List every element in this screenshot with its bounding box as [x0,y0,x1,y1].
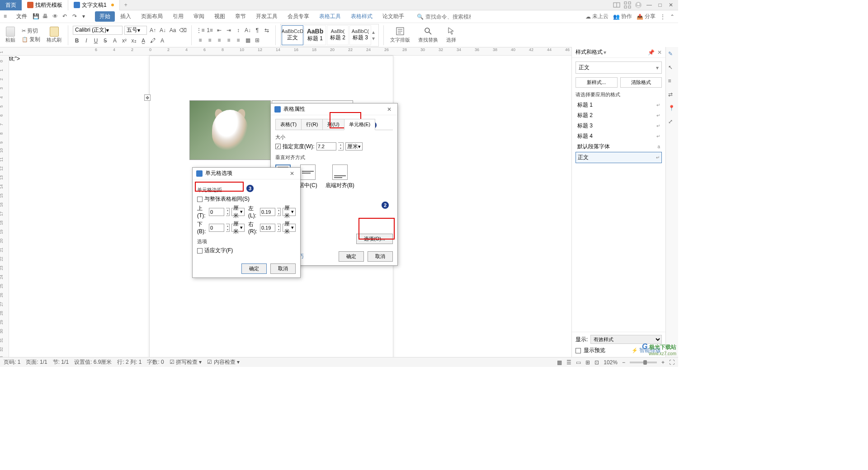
fullscreen-icon[interactable]: ⛶ [669,359,675,366]
tab-templates[interactable]: 找稻壳模板 [22,0,68,10]
sort-button[interactable]: A↓ [244,26,252,34]
save-icon[interactable]: 💾 [33,13,40,20]
menu-chapter[interactable]: 章节 [231,11,250,22]
align-justify-button[interactable]: ≡ [225,36,233,44]
tab-home[interactable]: 首页 [0,0,22,10]
style-scroll-down-icon[interactable]: ▾ [372,35,377,42]
indent-inc-button[interactable]: ⇥ [225,26,233,34]
view-outline-icon[interactable]: ☰ [566,359,571,366]
align-left-button[interactable]: ≡ [196,36,204,44]
shading-button[interactable]: ▦ [244,36,252,44]
menu-start[interactable]: 开始 [95,11,115,22]
table-cell-image[interactable] [189,100,271,160]
dialog1-cancel-button[interactable]: 取消 [368,251,393,262]
width-input[interactable] [316,142,336,150]
format-painter-button[interactable]: 格式刷 [47,27,61,43]
bullets-button[interactable]: ⋮≡ [196,26,204,34]
align-center-button[interactable]: ≡ [206,36,214,44]
table-move-handle[interactable]: ✥ [144,94,151,101]
add-tab-button[interactable]: + [120,2,132,8]
grid-icon[interactable] [624,1,631,9]
align-right-button[interactable]: ≡ [215,36,223,44]
side-location-icon[interactable]: 📍 [668,105,676,113]
numbering-button[interactable]: 1≡ [206,26,214,34]
status-section[interactable]: 节: 1/1 [53,358,69,366]
menu-ref[interactable]: 引用 [168,11,188,22]
style-normal[interactable]: AaBbCcD正文 [282,25,303,45]
font-more-icon[interactable]: A [111,37,119,45]
share-button[interactable]: 📤 分享 [637,13,656,20]
style-h1[interactable]: AaBb标题 1 [304,25,326,45]
valign-center[interactable]: 居中(C) [299,164,317,189]
font-color-button[interactable]: A̲ [139,37,147,45]
superscript-button[interactable]: x² [120,37,128,45]
style-scroll-up-icon[interactable]: ▴ [372,29,377,35]
preview-icon[interactable]: 👁 [52,13,60,20]
menu-chevron-icon[interactable]: ⌃ [670,14,675,20]
options-button[interactable]: 选项(O)... [356,234,393,244]
margin-left-spinner[interactable]: ▴▾ [277,208,281,216]
toggle-marks-button[interactable]: ¶ [253,26,261,34]
margin-top-input[interactable] [209,208,224,216]
maximize-button[interactable]: □ [656,1,664,9]
valign-bottom[interactable]: 底端对齐(B) [326,164,354,189]
style-item-normal[interactable]: 正文↵ [576,152,662,163]
paste-button[interactable]: 粘贴 [5,27,15,43]
font-shrink-icon[interactable]: A↓ [159,26,167,34]
margin-top-spinner[interactable]: ▴▾ [226,208,230,216]
tab-table[interactable]: 表格(T) [275,119,302,130]
font-size-select[interactable]: 五号 ▾ [124,26,147,35]
menu-view[interactable]: 视图 [210,11,230,22]
dialog2-ok-button[interactable]: 确定 [241,263,267,274]
align-distribute-button[interactable]: ≡ [234,36,242,44]
width-unit-select[interactable]: 厘米▾ [345,142,363,150]
style-item-h2[interactable]: 标题 2↵ [576,110,662,121]
status-words[interactable]: 字数: 0 [147,358,164,366]
font-name-select[interactable]: Calibri (正文) ▾ [73,26,123,35]
margin-bottom-unit[interactable]: 厘米▾ [231,224,245,232]
side-replace-icon[interactable]: ⇄ [668,91,676,99]
strike-button[interactable]: S̶ [101,37,109,45]
side-nav-icon[interactable]: ≡ [668,78,676,86]
width-spinner[interactable]: ▴▾ [338,142,344,150]
tab-row[interactable]: 行(R) [301,119,323,130]
panel-close-icon[interactable]: ✕ [657,49,662,56]
margin-right-spinner[interactable]: ▴▾ [277,224,281,232]
close-button[interactable]: ✕ [667,1,675,9]
vertical-ruler[interactable]: 1012345678910111213141516171819202122232… [0,56,9,357]
menu-insert[interactable]: 插入 [116,11,136,22]
find-replace-button[interactable]: 查找替换 [416,27,440,43]
menu-review[interactable]: 审阅 [189,11,209,22]
side-cursor-icon[interactable]: ↖ [668,64,676,72]
new-style-button[interactable]: 新样式... [576,77,618,88]
margin-left-input[interactable] [260,208,275,216]
menu-vip[interactable]: 会员专享 [283,11,314,22]
status-page[interactable]: 页码: 1 [4,358,20,366]
dialog1-ok-button[interactable]: 确定 [339,251,364,262]
status-spell[interactable]: ☑ 拼写检查 ▾ [170,358,202,366]
zoom-fit-icon[interactable]: ⊡ [594,359,599,366]
menu-tabletools[interactable]: 表格工具 [315,11,345,22]
tab-button[interactable]: ⇆ [263,26,271,34]
border-button[interactable]: ⊞ [253,36,261,44]
underline-button[interactable]: U [92,37,100,45]
panel-pin-icon[interactable]: 📌 [648,49,655,56]
margin-right-input[interactable] [260,224,275,232]
dialog2-close-button[interactable]: ✕ [288,169,297,178]
spec-width-checkbox[interactable] [275,144,281,149]
redo-icon[interactable]: ↷ [72,13,80,20]
tab-column[interactable]: 列(U) [322,119,344,130]
undo-icon[interactable]: ↶ [62,13,70,20]
style-item-h1[interactable]: 标题 1↵ [576,100,662,110]
side-expand-icon[interactable]: ⤢ [668,118,676,127]
dialog2-cancel-button[interactable]: 取消 [270,263,296,274]
font-grow-icon[interactable]: A↑ [149,26,157,34]
coop-button[interactable]: 👥 协作 [613,13,632,20]
cloud-status[interactable]: ☁ 未上云 [585,13,609,20]
user-icon[interactable] [635,1,642,9]
view-read-icon[interactable]: ⊞ [585,359,590,366]
style-gallery[interactable]: AaBbCcD正文 AaBb标题 1 AaBb(标题 2 AaBbC(标题 3 … [280,24,379,47]
same-as-table-checkbox[interactable] [197,197,203,202]
status-content[interactable]: ☑ 内容检查 ▾ [207,358,240,366]
tab-cell[interactable]: 单元格(E) [344,119,376,130]
